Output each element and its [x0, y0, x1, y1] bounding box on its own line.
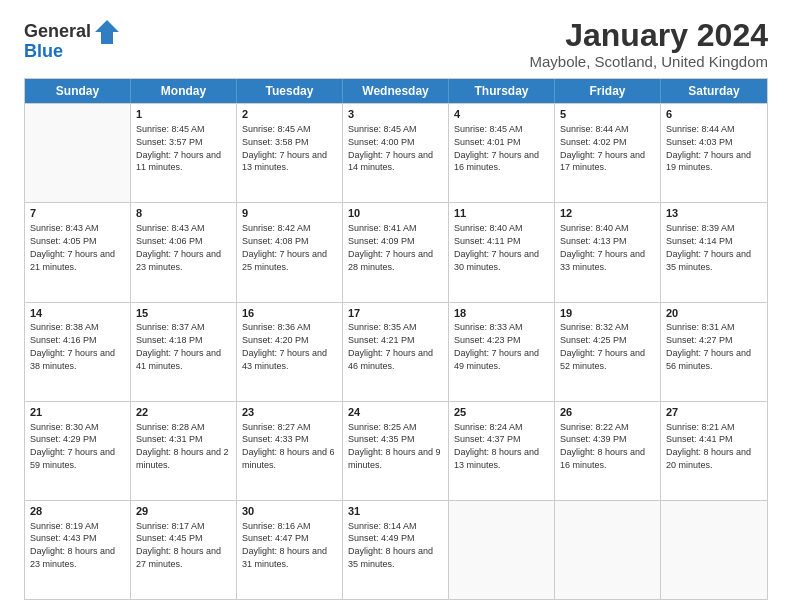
daylight-text: Daylight: 7 hours and 25 minutes. [242, 249, 327, 272]
sunset-text: Sunset: 4:29 PM [30, 434, 97, 444]
day-number: 7 [30, 206, 125, 221]
day-number: 29 [136, 504, 231, 519]
sunset-text: Sunset: 4:11 PM [454, 236, 521, 246]
daylight-text: Daylight: 8 hours and 9 minutes. [348, 447, 441, 470]
calendar: Sunday Monday Tuesday Wednesday Thursday… [24, 78, 768, 600]
sunset-text: Sunset: 4:21 PM [348, 335, 415, 345]
day-number: 28 [30, 504, 125, 519]
day-number: 24 [348, 405, 443, 420]
table-row: 21Sunrise: 8:30 AMSunset: 4:29 PMDayligh… [25, 402, 131, 500]
daylight-text: Daylight: 7 hours and 46 minutes. [348, 348, 433, 371]
sunset-text: Sunset: 4:09 PM [348, 236, 415, 246]
table-row: 4Sunrise: 8:45 AMSunset: 4:01 PMDaylight… [449, 104, 555, 202]
table-row: 3Sunrise: 8:45 AMSunset: 4:00 PMDaylight… [343, 104, 449, 202]
daylight-text: Daylight: 8 hours and 31 minutes. [242, 546, 327, 569]
sunrise-text: Sunrise: 8:19 AM [30, 521, 99, 531]
daylight-text: Daylight: 7 hours and 59 minutes. [30, 447, 115, 470]
day-number: 2 [242, 107, 337, 122]
sunrise-text: Sunrise: 8:37 AM [136, 322, 205, 332]
day-number: 25 [454, 405, 549, 420]
daylight-text: Daylight: 7 hours and 17 minutes. [560, 150, 645, 173]
table-row: 27Sunrise: 8:21 AMSunset: 4:41 PMDayligh… [661, 402, 767, 500]
day-number: 12 [560, 206, 655, 221]
logo-icon [93, 18, 121, 46]
sunrise-text: Sunrise: 8:40 AM [560, 223, 629, 233]
calendar-row: 7Sunrise: 8:43 AMSunset: 4:05 PMDaylight… [25, 202, 767, 301]
sunrise-text: Sunrise: 8:16 AM [242, 521, 311, 531]
daylight-text: Daylight: 7 hours and 41 minutes. [136, 348, 221, 371]
day-number: 8 [136, 206, 231, 221]
sunset-text: Sunset: 4:49 PM [348, 533, 415, 543]
daylight-text: Daylight: 7 hours and 11 minutes. [136, 150, 221, 173]
day-number: 5 [560, 107, 655, 122]
sunset-text: Sunset: 4:25 PM [560, 335, 627, 345]
sunset-text: Sunset: 4:14 PM [666, 236, 733, 246]
daylight-text: Daylight: 7 hours and 52 minutes. [560, 348, 645, 371]
daylight-text: Daylight: 7 hours and 33 minutes. [560, 249, 645, 272]
sunrise-text: Sunrise: 8:31 AM [666, 322, 735, 332]
day-number: 4 [454, 107, 549, 122]
sunset-text: Sunset: 4:01 PM [454, 137, 521, 147]
header-wednesday: Wednesday [343, 79, 449, 103]
title-month: January 2024 [530, 18, 768, 53]
sunrise-text: Sunrise: 8:45 AM [136, 124, 205, 134]
calendar-body: 1Sunrise: 8:45 AMSunset: 3:57 PMDaylight… [25, 103, 767, 599]
sunset-text: Sunset: 4:37 PM [454, 434, 521, 444]
day-number: 13 [666, 206, 762, 221]
page: General Blue January 2024 Maybole, Scotl… [0, 0, 792, 612]
logo-blue: Blue [24, 42, 63, 62]
sunrise-text: Sunrise: 8:38 AM [30, 322, 99, 332]
daylight-text: Daylight: 8 hours and 35 minutes. [348, 546, 433, 569]
table-row: 22Sunrise: 8:28 AMSunset: 4:31 PMDayligh… [131, 402, 237, 500]
day-number: 23 [242, 405, 337, 420]
table-row: 29Sunrise: 8:17 AMSunset: 4:45 PMDayligh… [131, 501, 237, 599]
sunrise-text: Sunrise: 8:43 AM [136, 223, 205, 233]
header: General Blue January 2024 Maybole, Scotl… [24, 18, 768, 70]
sunrise-text: Sunrise: 8:28 AM [136, 422, 205, 432]
header-saturday: Saturday [661, 79, 767, 103]
daylight-text: Daylight: 7 hours and 21 minutes. [30, 249, 115, 272]
day-number: 20 [666, 306, 762, 321]
sunrise-text: Sunrise: 8:21 AM [666, 422, 735, 432]
sunset-text: Sunset: 4:43 PM [30, 533, 97, 543]
daylight-text: Daylight: 7 hours and 28 minutes. [348, 249, 433, 272]
header-thursday: Thursday [449, 79, 555, 103]
sunset-text: Sunset: 3:58 PM [242, 137, 309, 147]
table-row [449, 501, 555, 599]
daylight-text: Daylight: 7 hours and 13 minutes. [242, 150, 327, 173]
sunset-text: Sunset: 4:02 PM [560, 137, 627, 147]
day-number: 11 [454, 206, 549, 221]
table-row: 9Sunrise: 8:42 AMSunset: 4:08 PMDaylight… [237, 203, 343, 301]
sunset-text: Sunset: 3:57 PM [136, 137, 203, 147]
calendar-row: 14Sunrise: 8:38 AMSunset: 4:16 PMDayligh… [25, 302, 767, 401]
table-row: 10Sunrise: 8:41 AMSunset: 4:09 PMDayligh… [343, 203, 449, 301]
daylight-text: Daylight: 8 hours and 20 minutes. [666, 447, 751, 470]
table-row: 13Sunrise: 8:39 AMSunset: 4:14 PMDayligh… [661, 203, 767, 301]
day-number: 16 [242, 306, 337, 321]
logo: General Blue [24, 18, 121, 62]
sunrise-text: Sunrise: 8:17 AM [136, 521, 205, 531]
table-row: 16Sunrise: 8:36 AMSunset: 4:20 PMDayligh… [237, 303, 343, 401]
svg-marker-0 [95, 20, 119, 44]
table-row [25, 104, 131, 202]
table-row: 17Sunrise: 8:35 AMSunset: 4:21 PMDayligh… [343, 303, 449, 401]
header-tuesday: Tuesday [237, 79, 343, 103]
sunset-text: Sunset: 4:39 PM [560, 434, 627, 444]
table-row: 31Sunrise: 8:14 AMSunset: 4:49 PMDayligh… [343, 501, 449, 599]
sunrise-text: Sunrise: 8:45 AM [454, 124, 523, 134]
daylight-text: Daylight: 7 hours and 30 minutes. [454, 249, 539, 272]
sunset-text: Sunset: 4:23 PM [454, 335, 521, 345]
table-row: 20Sunrise: 8:31 AMSunset: 4:27 PMDayligh… [661, 303, 767, 401]
sunset-text: Sunset: 4:31 PM [136, 434, 203, 444]
sunrise-text: Sunrise: 8:45 AM [348, 124, 417, 134]
sunset-text: Sunset: 4:05 PM [30, 236, 97, 246]
sunset-text: Sunset: 4:00 PM [348, 137, 415, 147]
sunset-text: Sunset: 4:35 PM [348, 434, 415, 444]
table-row: 30Sunrise: 8:16 AMSunset: 4:47 PMDayligh… [237, 501, 343, 599]
daylight-text: Daylight: 7 hours and 49 minutes. [454, 348, 539, 371]
day-number: 21 [30, 405, 125, 420]
table-row: 7Sunrise: 8:43 AMSunset: 4:05 PMDaylight… [25, 203, 131, 301]
sunrise-text: Sunrise: 8:14 AM [348, 521, 417, 531]
sunset-text: Sunset: 4:41 PM [666, 434, 733, 444]
table-row [661, 501, 767, 599]
